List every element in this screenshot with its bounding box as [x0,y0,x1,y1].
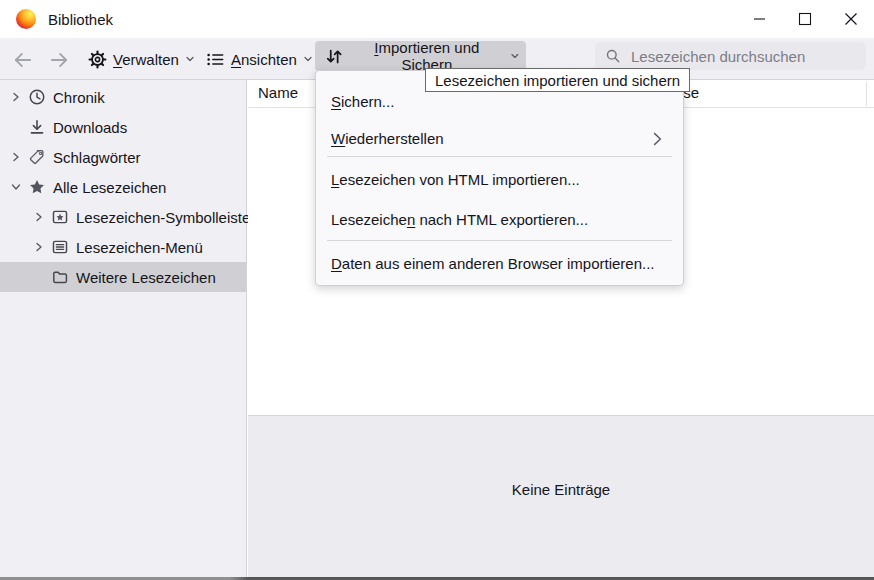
sidebar-item-label: Lesezeichen-Symbolleiste [76,209,250,226]
sidebar-item-downloads[interactable]: Downloads [0,112,246,142]
column-header-name[interactable]: Name [258,84,298,101]
maximize-button[interactable] [782,0,828,38]
views-label: Ansichten [231,51,297,68]
menu-item-label: Lesezeichen von HTML importieren... [331,171,580,188]
chevron-right-icon[interactable] [8,89,24,105]
submenu-arrow-icon [648,130,666,148]
menu-item-label: Daten aus einem anderen Browser importie… [331,255,655,272]
details-pane: Keine Einträge [248,415,874,577]
manage-button[interactable]: Verwalten [82,44,201,74]
folder-icon [51,268,69,286]
expander-spacer [8,119,24,135]
menu-item-wiederherstellen[interactable]: Wiederherstellen [317,120,682,157]
chevron-right-icon[interactable] [8,149,24,165]
window-controls [736,0,874,38]
search-input[interactable] [629,47,856,66]
sidebar-item-lesezeichen-symbolleiste[interactable]: Lesezeichen-Symbolleiste [0,202,246,232]
search-icon [605,48,621,64]
import-backup-button[interactable]: Importieren und Sichern [315,41,526,71]
menu-item-label: Lesezeichen nach HTML exportieren... [331,211,588,228]
sidebar-item-weitere-lesezeichen[interactable]: Weitere Lesezeichen [0,262,246,292]
menu-item-import-html[interactable]: Lesezeichen von HTML importieren... [317,159,682,199]
menu-separator [327,156,672,157]
sidebar-item-label: Weitere Lesezeichen [76,269,216,286]
bookmarks-menu-icon [51,238,69,256]
bookmarks-toolbar-icon [51,208,69,226]
caret-down-icon [510,51,520,61]
window-title: Bibliothek [48,11,113,28]
minimize-button[interactable] [736,0,782,38]
tooltip-text: Lesezeichen importieren und sichern [435,72,680,89]
forward-icon [48,49,70,71]
chevron-right-icon[interactable] [31,239,47,255]
views-button[interactable]: Ansichten [200,44,319,74]
back-icon [12,49,34,71]
chevron-down-icon[interactable] [8,179,24,195]
close-button[interactable] [828,0,874,38]
manage-label: Verwalten [113,51,179,68]
forward-button[interactable] [46,48,72,72]
column-separator[interactable] [866,82,867,106]
caret-down-icon [303,54,313,64]
clock-icon [28,88,46,106]
import-backup-menu: Sichern... Wiederherstellen Lesezeichen … [315,70,684,286]
sidebar-item-label: Alle Lesezeichen [53,179,166,196]
chevron-right-icon[interactable] [31,209,47,225]
maximize-icon [782,0,828,38]
firefox-logo [16,9,36,29]
sidebar-item-label: Schlagwörter [53,149,141,166]
import-export-icon [325,47,343,66]
menu-item-import-browser[interactable]: Daten aus einem anderen Browser importie… [317,243,682,283]
sidebar-item-label: Downloads [53,119,127,136]
expander-spacer [31,269,47,285]
search-box [595,42,866,70]
list-icon [206,50,225,69]
sidebar: Chronik Downloads Schlagwörter Alle Lese… [0,80,247,577]
close-icon [828,0,874,38]
menu-item-export-html[interactable]: Lesezeichen nach HTML exportieren... [317,199,682,239]
sidebar-item-label: Lesezeichen-Menü [76,239,203,256]
sidebar-item-alle-lesezeichen[interactable]: Alle Lesezeichen [0,172,246,202]
menu-item-label: Sichern... [331,93,394,110]
sidebar-item-label: Chronik [53,89,105,106]
sidebar-item-schlagwoerter[interactable]: Schlagwörter [0,142,246,172]
download-icon [28,118,46,136]
sidebar-item-chronik[interactable]: Chronik [0,82,246,112]
titlebar: Bibliothek [0,0,874,38]
menu-item-label: Wiederherstellen [331,130,444,147]
caret-down-icon [185,54,195,64]
gear-icon [88,50,107,69]
back-button[interactable] [10,48,36,72]
tag-icon [28,148,46,166]
sidebar-item-lesezeichen-menue[interactable]: Lesezeichen-Menü [0,232,246,262]
star-icon [28,178,46,196]
tooltip: Lesezeichen importieren und sichern [425,68,690,92]
empty-message: Keine Einträge [512,481,610,498]
minimize-icon [736,0,782,38]
menu-separator [327,240,672,241]
